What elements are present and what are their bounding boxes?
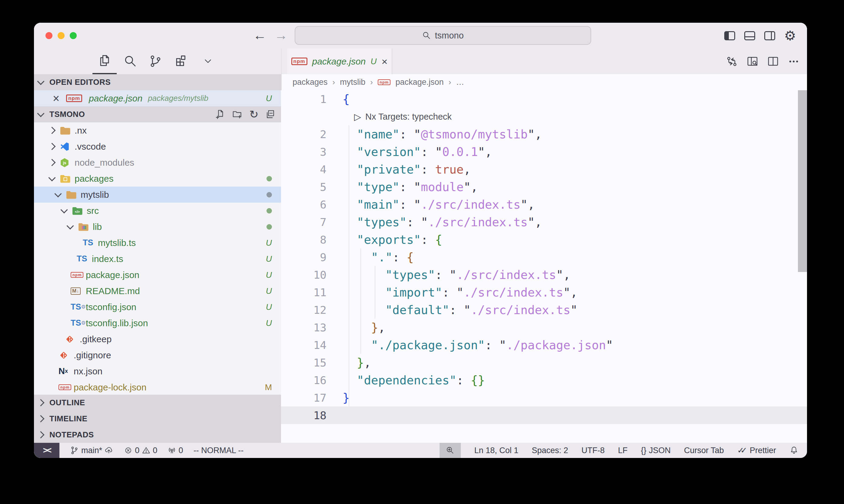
toggle-secondary-sidebar-icon[interactable]	[764, 31, 775, 40]
gear-icon[interactable]: ⚙	[784, 29, 796, 42]
run-icon[interactable]: ▷	[354, 111, 361, 122]
breadcrumb-file[interactable]: package.json	[395, 77, 444, 87]
tree-item-vscode-folder[interactable]: .vscode	[34, 139, 281, 155]
remote-indicator[interactable]: ><	[34, 443, 59, 458]
zoom-indicator[interactable]	[440, 443, 461, 458]
code-line[interactable]: 9 ".": {	[281, 248, 807, 266]
tree-item-gitkeep[interactable]: .gitkeep	[34, 331, 281, 347]
tree-item-src-folder[interactable]: </> src	[34, 203, 281, 219]
code-line[interactable]: 12 "default": "./src/index.ts"	[281, 301, 807, 319]
line-number[interactable]: 10	[281, 269, 327, 281]
tree-item-tsconfig-lib-json[interactable]: TS⚙ tsconfig.lib.json U	[34, 315, 281, 331]
line-number[interactable]: 2	[281, 128, 327, 141]
code-line[interactable]: 5 "type": "module",	[281, 178, 807, 196]
command-center-search[interactable]: tsmono	[295, 26, 591, 45]
indentation[interactable]: Spaces: 2	[532, 446, 568, 455]
cursor-position[interactable]: Ln 18, Col 1	[474, 446, 518, 455]
line-number[interactable]: 8	[281, 234, 327, 246]
tree-item-node-modules-folder[interactable]: js node_modules	[34, 155, 281, 170]
line-number[interactable]: 6	[281, 198, 327, 211]
codelens-nx-targets[interactable]: ▷Nx Targets: typecheck	[281, 108, 807, 125]
line-number[interactable]: 13	[281, 321, 327, 334]
line-number[interactable]: 4	[281, 163, 327, 176]
toggle-sidebar-icon[interactable]	[724, 31, 735, 40]
breadcrumb-mytslib[interactable]: mytslib	[340, 77, 365, 87]
code-line[interactable]: 4 "private": true,	[281, 161, 807, 178]
code-line[interactable]: 13 },	[281, 319, 807, 336]
line-number[interactable]: 9	[281, 251, 327, 264]
breadcrumb-packages[interactable]: packages	[293, 77, 328, 87]
line-number[interactable]: 5	[281, 181, 327, 193]
new-folder-icon[interactable]	[232, 109, 243, 120]
line-number[interactable]: 18	[281, 409, 327, 421]
tree-item-index-ts[interactable]: TS index.ts U	[34, 251, 281, 267]
code-line[interactable]: 3 "version": "0.0.1",	[281, 143, 807, 161]
line-number[interactable]: 11	[281, 286, 327, 299]
code-line[interactable]: 16 "dependencies": {}	[281, 371, 807, 389]
open-editors-header[interactable]: OPEN EDITORS	[34, 74, 281, 90]
notifications[interactable]	[789, 446, 798, 455]
tree-item-nx-folder[interactable]: .nx	[34, 122, 281, 139]
back-arrow-icon[interactable]: ←	[253, 23, 266, 49]
tree-item-package-json[interactable]: npm package.json U	[34, 267, 281, 283]
eol-sequence[interactable]: LF	[618, 446, 628, 455]
code-line[interactable]: 14 "./package.json": "./package.json"	[281, 336, 807, 354]
workspace-header[interactable]: TSMONO ↻	[34, 106, 281, 122]
line-number[interactable]: 7	[281, 216, 327, 228]
code-editor[interactable]: 1{▷Nx Targets: typecheck2 "name": "@tsmo…	[281, 90, 807, 443]
code-line[interactable]: 10 "types": "./src/index.ts",	[281, 266, 807, 284]
line-number[interactable]: 1	[281, 93, 327, 105]
line-number[interactable]: 14	[281, 339, 327, 352]
macos-minimize-button[interactable]	[57, 32, 65, 39]
new-file-icon[interactable]	[215, 109, 226, 120]
editor-scrollbar[interactable]	[798, 90, 807, 272]
source-control-icon[interactable]	[149, 53, 162, 69]
ports-status[interactable]: 0	[168, 446, 183, 455]
code-line[interactable]: 6 "main": "./src/index.ts",	[281, 196, 807, 213]
tree-item-gitignore[interactable]: .gitignore	[34, 347, 281, 363]
more-actions-icon[interactable]	[788, 55, 800, 68]
tree-item-package-lock-json[interactable]: npm package-lock.json M	[34, 379, 281, 395]
open-preview-icon[interactable]	[746, 55, 758, 68]
problems-status[interactable]: 0 0	[124, 446, 157, 455]
tree-item-readme-md[interactable]: M↓ README.md U	[34, 283, 281, 299]
extensions-icon[interactable]	[174, 53, 188, 69]
open-changes-icon[interactable]	[726, 55, 738, 68]
line-number[interactable]: 16	[281, 374, 327, 386]
code-line[interactable]: 17}	[281, 389, 807, 407]
tab-package-json[interactable]: npm package.json U ×	[287, 49, 392, 74]
macos-maximize-button[interactable]	[70, 32, 77, 39]
code-line[interactable]: 15 },	[281, 354, 807, 371]
code-line[interactable]: 18	[281, 407, 807, 424]
line-number[interactable]: 17	[281, 392, 327, 404]
tree-item-mytslib-ts[interactable]: TS mytslib.ts U	[34, 235, 281, 251]
line-number[interactable]: 15	[281, 357, 327, 369]
tree-item-mytslib-folder[interactable]: mytslib	[34, 186, 281, 203]
line-number[interactable]: 12	[281, 304, 327, 316]
collapse-all-icon[interactable]	[265, 109, 276, 120]
tree-item-packages-folder[interactable]: packages	[34, 170, 281, 186]
tab-close-icon[interactable]: ×	[382, 56, 388, 67]
close-icon[interactable]: ×	[53, 93, 59, 104]
outline-section-header[interactable]: OUTLINE	[34, 395, 281, 411]
language-mode[interactable]: {} JSON	[641, 446, 671, 455]
toggle-panel-icon[interactable]	[744, 31, 755, 40]
macos-close-button[interactable]	[46, 32, 52, 39]
codelens-label[interactable]: Nx Targets: typecheck	[365, 112, 452, 122]
code-line[interactable]: 7 "types": "./src/index.ts",	[281, 213, 807, 231]
notepads-section-header[interactable]: NOTEPADS	[34, 427, 281, 443]
refresh-icon[interactable]: ↻	[249, 109, 259, 120]
cursor-tab-status[interactable]: Cursor Tab	[684, 446, 724, 455]
code-line[interactable]: 1{	[281, 90, 807, 108]
encoding[interactable]: UTF-8	[582, 446, 605, 455]
timeline-section-header[interactable]: TIMELINE	[34, 411, 281, 427]
search-view-icon[interactable]	[123, 53, 137, 69]
code-line[interactable]: 11 "import": "./src/index.ts",	[281, 284, 807, 301]
tree-item-nx-json[interactable]: Nx nx.json	[34, 363, 281, 379]
tree-item-tsconfig-json[interactable]: TS⚙ tsconfig.json U	[34, 299, 281, 315]
explorer-icon[interactable]	[98, 53, 111, 69]
split-editor-icon[interactable]	[767, 55, 779, 68]
open-editor-item[interactable]: × npm package.json packages/mytslib U	[34, 90, 281, 106]
more-views-chevron-icon[interactable]	[202, 56, 214, 67]
formatter-status[interactable]: ✓✓ Prettier	[737, 446, 776, 455]
